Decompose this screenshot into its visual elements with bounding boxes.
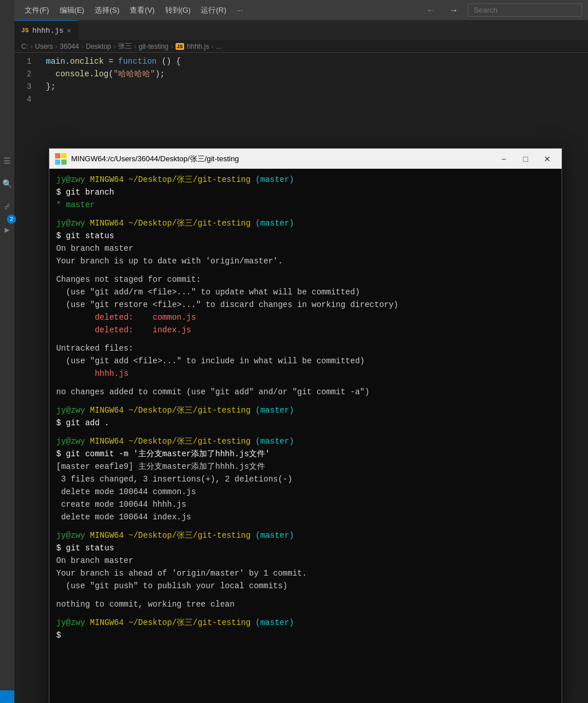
- code-line-1: main.onclick = function () {: [46, 55, 588, 68]
- terminal-empty-7: [56, 523, 555, 529]
- terminal-untracked-hhhh: hhhh.js: [56, 367, 555, 380]
- breadcrumb-git-testing[interactable]: git-testing: [139, 42, 169, 51]
- terminal-empty-3: [56, 336, 555, 342]
- terminal-prompt-4: jy@zwy MINGW64 ~/Desktop/张三/git-testing …: [56, 435, 555, 448]
- terminal-minimize-button[interactable]: −: [495, 152, 512, 166]
- back-arrow[interactable]: ←: [422, 4, 440, 17]
- code-content[interactable]: main.onclick = function () { console.log…: [40, 53, 588, 116]
- breadcrumb-desktop[interactable]: Desktop: [86, 42, 111, 51]
- menu-goto[interactable]: 转到(G): [161, 3, 196, 18]
- tab-bar: JS hhhh.js ✕: [14, 20, 588, 40]
- terminal-prompt-6: jy@zwy MINGW64 ~/Desktop/张三/git-testing …: [56, 616, 555, 629]
- terminal-no-changes: no changes added to commit (use "git add…: [56, 386, 555, 398]
- breadcrumb-js-icon: JS: [176, 43, 184, 50]
- code-line-3: };: [46, 80, 588, 93]
- code-line-4: [46, 93, 588, 106]
- terminal-out-uptodate: Your branch is up to date with 'origin/m…: [56, 255, 555, 267]
- menu-more[interactable]: ···: [232, 3, 247, 17]
- terminal-window: MINGW64:/c/Users/36044/Desktop/张三/git-te…: [49, 148, 562, 703]
- activity-badge: 2: [7, 215, 16, 224]
- main-content: 文件(F) 编辑(E) 选择(S) 查看(V) 转到(G) 运行(R) ··· …: [14, 0, 588, 703]
- terminal-cmd-1: $ git branch: [56, 186, 555, 199]
- tab-filename: hhhh.js: [32, 26, 64, 35]
- svg-rect-3: [61, 160, 67, 165]
- terminal-body[interactable]: jy@zwy MINGW64 ~/Desktop/张三/git-testing …: [49, 169, 562, 703]
- terminal-empty-2: [56, 267, 555, 273]
- terminal-commit-create-hhhh: create mode 100644 hhhh.js: [56, 498, 555, 511]
- terminal-commit-stats: 3 files changed, 3 insertions(+), 2 dele…: [56, 473, 555, 486]
- editor-tab-hhhh-js[interactable]: JS hhhh.js ✕: [14, 20, 78, 40]
- terminal-out-branch2: On branch master: [56, 554, 555, 567]
- breadcrumb-filename[interactable]: hhhh.js: [187, 42, 209, 51]
- terminal-out-branch: On branch master: [56, 242, 555, 255]
- terminal-commit-delete-index: delete mode 100644 index.js: [56, 511, 555, 523]
- activity-debug-icon[interactable]: ▶: [2, 224, 13, 235]
- editor-area: 1 2 3 4 main.onclick = function () { con…: [14, 53, 588, 116]
- line-number-1: 1: [14, 55, 32, 68]
- terminal-empty-4: [56, 380, 555, 386]
- terminal-commit-delete-common: delete mode 100644 common.js: [56, 486, 555, 498]
- menu-bar: 文件(F) 编辑(E) 选择(S) 查看(V) 转到(G) 运行(R) ··· …: [14, 0, 588, 20]
- breadcrumb-users[interactable]: Users: [35, 42, 53, 51]
- terminal-prompt-3: jy@zwy MINGW64 ~/Desktop/张三/git-testing …: [56, 404, 555, 417]
- terminal-out-changes-header: Changes not staged for commit:: [56, 273, 555, 286]
- line-numbers: 1 2 3 4: [14, 53, 40, 116]
- terminal-untracked-hint: (use "git add <file>..." to include in w…: [56, 355, 555, 367]
- tab-close-button[interactable]: ✕: [67, 26, 71, 35]
- breadcrumb-ellipsis[interactable]: ...: [216, 42, 222, 51]
- terminal-cmd-4: $ git commit -m '主分支master添加了hhhh.js文件': [56, 448, 555, 460]
- search-input[interactable]: [468, 3, 582, 17]
- terminal-out-hint1: (use "git add/rm <file>..." to update wh…: [56, 286, 555, 298]
- terminal-title-text: MINGW64:/c/Users/36044/Desktop/张三/git-te…: [71, 154, 490, 164]
- breadcrumb: C: › Users › 36044 › Desktop › 张三 › git-…: [14, 40, 588, 53]
- breadcrumb-36044[interactable]: 36044: [60, 42, 79, 51]
- code-line-2: console.log("哈哈哈哈");: [46, 68, 588, 80]
- terminal-title-bar: MINGW64:/c/Users/36044/Desktop/张三/git-te…: [49, 149, 562, 169]
- terminal-cmd-3: $ git add .: [56, 417, 555, 429]
- terminal-prompt-2: jy@zwy MINGW64 ~/Desktop/张三/git-testing …: [56, 217, 555, 230]
- terminal-empty-6: [56, 429, 555, 435]
- terminal-deleted-common: deleted: common.js: [56, 311, 555, 324]
- breadcrumb-c[interactable]: C:: [21, 42, 28, 51]
- terminal-out-push-hint: (use "git push" to publish your local co…: [56, 580, 555, 592]
- activity-git-icon[interactable]: ☍: [2, 201, 13, 212]
- terminal-output-master: * master: [56, 199, 555, 211]
- terminal-nothing-to-commit: nothing to commit, working tree clean: [56, 598, 555, 611]
- menu-edit[interactable]: 编辑(E): [55, 3, 89, 18]
- breadcrumb-zhangsan[interactable]: 张三: [118, 41, 132, 51]
- tab-js-icon: JS: [21, 27, 29, 34]
- terminal-commit-result: [master eeafle9] 主分支master添加了hhhh.js文件: [56, 460, 555, 473]
- menu-select[interactable]: 选择(S): [90, 3, 124, 18]
- menu-view[interactable]: 查看(V): [125, 3, 159, 18]
- svg-rect-0: [55, 153, 60, 158]
- terminal-cursor-line: $: [56, 629, 555, 642]
- svg-rect-1: [61, 153, 67, 158]
- menu-run[interactable]: 运行(R): [196, 3, 231, 18]
- line-number-4: 4: [14, 93, 32, 106]
- svg-rect-2: [55, 160, 60, 165]
- menu-file[interactable]: 文件(F): [20, 3, 54, 18]
- terminal-out-ahead: Your branch is ahead of 'origin/master' …: [56, 567, 555, 580]
- line-number-3: 3: [14, 80, 32, 93]
- terminal-out-hint2: (use "git restore <file>..." to discard …: [56, 298, 555, 311]
- terminal-empty-5: [56, 398, 555, 404]
- terminal-cmd-5: $ git status: [56, 542, 555, 554]
- terminal-maximize-button[interactable]: □: [517, 152, 534, 166]
- line-number-2: 2: [14, 68, 32, 80]
- activity-search-icon[interactable]: 🔍: [2, 178, 13, 189]
- terminal-app-icon: [55, 153, 67, 165]
- terminal-cmd-2: $ git status: [56, 230, 555, 242]
- terminal-empty-9: [56, 611, 555, 616]
- menu-nav: ← →: [422, 3, 582, 17]
- terminal-untracked-header: Untracked files:: [56, 342, 555, 355]
- terminal-prompt-5: jy@zwy MINGW64 ~/Desktop/张三/git-testing …: [56, 529, 555, 542]
- terminal-empty-8: [56, 592, 555, 598]
- terminal-close-button[interactable]: ✕: [539, 152, 556, 166]
- forward-arrow[interactable]: →: [445, 4, 463, 17]
- status-bar-bottom-left: [0, 690, 14, 703]
- terminal-deleted-index: deleted: index.js: [56, 324, 555, 336]
- terminal-prompt-1: jy@zwy MINGW64 ~/Desktop/张三/git-testing …: [56, 173, 555, 186]
- activity-bar: ☰ 🔍 ☍ ▶ 2: [0, 0, 14, 703]
- activity-files-icon[interactable]: ☰: [2, 155, 13, 166]
- terminal-empty-1: [56, 211, 555, 217]
